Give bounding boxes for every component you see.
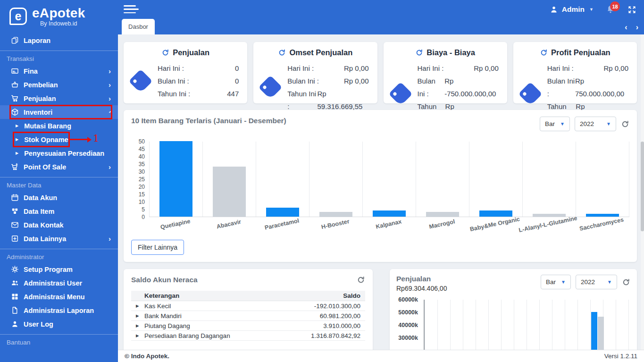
penjualan-panel: Penjualan Rp69.304.406,00 Bar ▼ 2022 ▼ — [390, 269, 637, 350]
saldo-table: KeteranganSaldo▶Kas Kecil-192.010.300,00… — [131, 291, 365, 341]
sidebar-item-administrasi-user[interactable]: Administrasi User — [0, 276, 118, 290]
divider — [0, 334, 118, 335]
sidebar-item-stok-opname[interactable]: ▶Stok Opname1 — [0, 133, 118, 146]
bar-kalpanax — [373, 210, 405, 217]
cubes-icon — [11, 207, 24, 215]
plot-area: QuetiapineAbacavirParacetamolH-BoosterKa… — [149, 142, 629, 217]
refresh-icon[interactable] — [540, 49, 548, 57]
sidebar-item-administrasi-menu[interactable]: Administrasi Menu — [0, 290, 118, 303]
notifications-button[interactable]: 18 — [606, 5, 615, 14]
scrollbar-thumb[interactable] — [641, 142, 644, 231]
sidebar-item-point-of-sale[interactable]: Point Of Sale› — [0, 160, 118, 174]
panel-title: Penjualan — [396, 275, 447, 283]
panel-title: 10 Item Barang Terlaris (Januari - Desem… — [131, 117, 286, 125]
tab-dasbor[interactable]: Dasbor — [122, 19, 155, 34]
refresh-icon[interactable] — [415, 49, 423, 57]
table-row-piutang-dagang[interactable]: ▶Piutang Dagang3.910.000,00 — [131, 321, 365, 331]
app-name: eApotek — [32, 6, 85, 20]
chart-type-select[interactable]: Bar ▼ — [540, 117, 570, 131]
app-logo: e eApotek By Indoweb.id — [0, 0, 118, 30]
divider — [0, 177, 118, 177]
sidebar-item-data-lainnya[interactable]: Data Lainnya› — [0, 232, 118, 245]
filter-lainnya-button[interactable]: Filter Lainnya — [131, 240, 184, 255]
sidebar-item-penjualan[interactable]: Penjualan› — [0, 92, 118, 105]
table-row-bank-mandiri[interactable]: ▶Bank Mandiri60.981.200,00 — [131, 311, 365, 321]
chevron-right-icon: › — [109, 235, 111, 242]
penjualan-bar-gray — [598, 317, 604, 350]
panel-title: Saldo Akun Neraca — [131, 276, 198, 284]
sidebar-item-user-log[interactable]: User Log — [0, 317, 118, 331]
sidebar-item-inventori[interactable]: Inventori› — [0, 105, 118, 119]
divider — [0, 249, 118, 249]
chart-year-select[interactable]: 2022 ▼ — [576, 275, 617, 289]
penjualan-chart: 60000k50000k40000k30000k — [396, 300, 630, 350]
refresh-icon[interactable] — [278, 49, 286, 57]
user-menu[interactable]: Admin ▼ — [550, 5, 594, 14]
bottom-panels-row: Saldo Akun Neraca KeteranganSaldo▶Kas Ke… — [124, 269, 637, 350]
stat-card-row: PenjualanHari Ini :0Bulan Ini :0Tahun In… — [124, 42, 637, 103]
sidebar-item-data-item[interactable]: Data Item — [0, 204, 118, 218]
section-title-transaksi: Transaksi — [0, 54, 118, 64]
sidebar-item-data-akun[interactable]: Data Akun — [0, 191, 118, 204]
caret-right-icon: ▶ — [16, 137, 18, 142]
x-label-abacavir: Abacavir — [216, 219, 242, 230]
tab-scroll-right-icon[interactable]: › — [636, 24, 638, 31]
section-title-master-data: Master Data — [0, 180, 118, 191]
sidebar-item-penyesuaian-persediaan[interactable]: ▶Penyesuaian Persediaan — [0, 146, 118, 160]
bar-h-booster — [319, 212, 352, 217]
bar-abacavir — [213, 167, 245, 217]
sidebar-menu: LaporanTransaksiFina›Pembelian›Penjualan… — [0, 34, 118, 348]
sidebar-item-administrasi-laporan[interactable]: Administrasi Laporan — [0, 303, 118, 317]
refresh-icon[interactable] — [622, 278, 630, 286]
stat-card-omset-penjualan: Omset PenjualanHari Ini :Rp 0,00Bulan In… — [253, 42, 377, 103]
caret-right-icon: ▶ — [136, 313, 144, 318]
sidebar-item-laporan[interactable]: Laporan — [0, 34, 118, 47]
sidebar-item-fina[interactable]: Fina› — [0, 64, 118, 78]
x-label-baby-me-organic: Baby&Me Organic — [469, 216, 520, 233]
caret-down-icon: ▼ — [607, 279, 612, 285]
bar-macrogol — [426, 212, 459, 217]
cart-icon — [11, 94, 24, 102]
grid-icon — [11, 293, 24, 301]
bar-quetiapine — [159, 141, 192, 217]
plussquare-icon — [11, 235, 24, 243]
file-icon — [11, 306, 24, 314]
tab-scroll-left-icon[interactable]: ‹ — [625, 24, 627, 31]
hamburger-menu-icon[interactable] — [124, 3, 139, 15]
card-icon — [11, 67, 24, 75]
sidebar-item-mutasi-barang[interactable]: ▶Mutasi Barang — [0, 119, 118, 133]
x-label-quetiapine: Quetiapine — [160, 218, 191, 230]
footer: © Indo Apotek. Versi 1.2.11 — [118, 350, 644, 362]
copy-icon — [11, 36, 24, 44]
sidebar-item-setup-program[interactable]: Setup Program — [0, 262, 118, 276]
table-row-persediaan-barang-dagangan[interactable]: ▶Persediaan Barang Dagangan1.316.870.842… — [131, 331, 365, 341]
refresh-icon[interactable] — [621, 120, 629, 128]
chart-year-select[interactable]: 2022 ▼ — [575, 117, 616, 131]
chevron-up-icon: › — [106, 111, 113, 113]
column-header-keterangan: Keterangan — [144, 292, 179, 299]
table-row-kas-kecil[interactable]: ▶Kas Kecil-192.010.300,00 — [131, 301, 365, 311]
sidebar-item-data-kontak[interactable]: Data Kontak — [0, 218, 118, 232]
y-axis: 50454035302520151050 — [134, 142, 149, 217]
caret-right-icon: ▶ — [136, 303, 144, 308]
chart-type-select[interactable]: Bar ▼ — [541, 275, 571, 289]
bar-paracetamol — [266, 208, 299, 217]
bar-l-alanyl-l-glutamine — [533, 214, 565, 217]
annotation-arrow — [70, 139, 88, 140]
users-icon — [11, 279, 24, 287]
saldo-akun-neraca-panel: Saldo Akun Neraca KeteranganSaldo▶Kas Ke… — [124, 269, 373, 350]
plot-area — [424, 300, 630, 350]
calendar-icon — [11, 194, 24, 202]
divider — [0, 51, 118, 51]
chevron-right-icon: › — [109, 95, 111, 102]
refresh-icon[interactable] — [357, 276, 365, 284]
app-tagline: By Indoweb.id — [32, 20, 85, 27]
envelope-icon — [11, 221, 24, 229]
tag-icon — [259, 76, 283, 100]
fullscreen-icon[interactable] — [627, 5, 636, 14]
sidebar-item-pembelian[interactable]: Pembelian› — [0, 78, 118, 92]
stat-card-penjualan: PenjualanHari Ini :0Bulan Ini :0Tahun In… — [124, 42, 247, 103]
tag-icon — [518, 82, 542, 106]
user-icon — [550, 5, 558, 14]
refresh-icon[interactable] — [161, 49, 169, 57]
